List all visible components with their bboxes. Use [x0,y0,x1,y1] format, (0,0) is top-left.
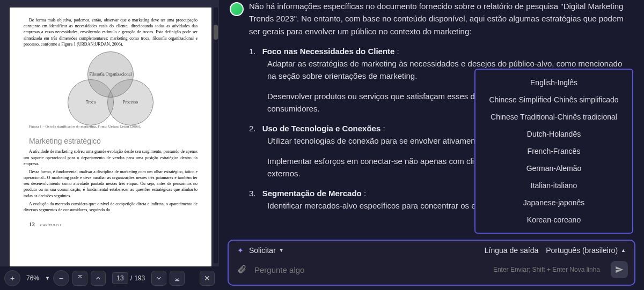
venn-circle-right: Processo [107,79,153,125]
assistant-avatar [230,2,244,16]
chat-intro: Não há informações específicas no docume… [249,0,631,38]
pdf-viewer-pane: De forma mais objetiva, podemos, então, … [0,0,219,290]
close-button[interactable]: ✕ [200,271,215,286]
pdf-paragraph: Dessa forma, é fundamental analisar a di… [24,169,197,199]
lang-option-japanese[interactable]: Japanese-japonês [475,194,632,211]
output-language-group: Língua de saída Português (brasileiro) ▲ [485,246,626,255]
zoom-value: 76% [24,274,42,282]
chat-input[interactable] [254,265,487,274]
pdf-paragraph: De forma mais objetiva, podemos, então, … [24,17,197,47]
solicit-dropdown[interactable]: Solicitar ▼ [249,246,284,255]
lang-option-chinese-simplified[interactable]: Chinese Simplified-Chinês simplificado [475,91,632,108]
lang-option-german[interactable]: German-Alemão [475,160,632,177]
prev-page-button[interactable] [91,271,106,286]
chevron-down-icon: ▼ [279,248,284,253]
total-pages: 193 [134,274,145,282]
lang-option-korean[interactable]: Korean-coreano [475,211,632,228]
figure-caption: Figura 1 – Os três significados do marke… [24,124,197,130]
zoom-out-button[interactable]: − [53,270,69,286]
page-number: 12 [29,221,35,227]
next-page-button[interactable] [151,271,166,286]
lang-option-french[interactable]: French-Francês [475,143,632,160]
page-footer: 12 CAPÍTULO 1 [24,220,197,228]
item-number: 3. [249,189,256,198]
pdf-scrollbar[interactable] [214,8,218,263]
lang-option-chinese-traditional[interactable]: Chinese Traditional-Chinês tradicional [475,108,632,125]
zoom-dropdown-icon[interactable]: ▼ [45,276,50,281]
scrollbar-thumb[interactable] [214,25,218,40]
item-number: 1. [249,47,256,56]
pdf-page: De forma mais objetiva, podemos, então, … [10,8,211,266]
chapter-label: CAPÍTULO 1 [40,223,62,227]
pdf-toolbar: + 76% ▼ − / 193 ✕ [0,266,219,290]
zoom-in-button[interactable]: + [4,270,20,286]
output-language-select[interactable]: Português (brasileiro) ▲ [546,246,626,255]
current-page-input[interactable] [112,272,128,284]
attach-button[interactable] [235,263,248,276]
sparkle-icon: ✦ [237,246,244,255]
item-title: Foco nas Necessidades do Cliente [262,47,395,56]
page-separator: / [130,274,132,282]
language-menu[interactable]: English-Inglês Chinese Simplified-Chinês… [474,69,633,234]
lang-option-english[interactable]: English-Inglês [475,74,632,91]
send-button[interactable] [611,261,628,278]
page-input-group: / 193 [112,272,145,284]
section-heading: Marketing estratégico [24,136,197,147]
chat-input-area: ✦ Solicitar ▼ Língua de saída Português … [228,240,635,286]
item-title: Uso de Tecnologia e Conexões [262,124,381,133]
input-bottom-bar: Enter Enviar; Shift + Enter Nova linha [229,258,634,285]
pdf-paragraph: A evolução do mercado considera que: o n… [24,201,197,213]
lang-option-italian[interactable]: Italian-italiano [475,177,632,194]
item-number: 2. [249,124,256,133]
input-hint: Enter Enviar; Shift + Enter Nova linha [493,266,600,273]
last-page-button[interactable] [170,271,185,286]
chat-pane: Não há informações específicas no docume… [219,0,644,290]
output-language-value: Português (brasileiro) [546,246,618,255]
chevron-up-icon: ▲ [621,248,626,253]
output-language-label: Língua de saída [485,246,538,255]
venn-diagram: Filosofia Organizacional Troca Processo [62,51,159,121]
pdf-paragraph: A atividade de marketing sofreu uma gran… [24,148,197,167]
first-page-button[interactable] [72,271,87,286]
input-top-bar: ✦ Solicitar ▼ Língua de saída Português … [229,241,634,258]
solicit-label: Solicitar [249,246,276,255]
lang-option-dutch[interactable]: Dutch-Holandês [475,125,632,143]
item-title: Segmentação de Mercado [262,189,362,198]
